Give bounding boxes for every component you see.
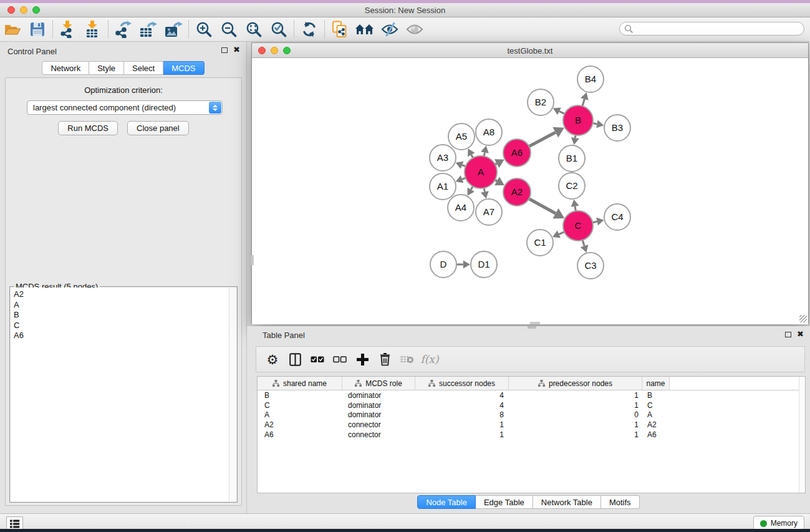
import-network-icon[interactable] <box>55 19 80 39</box>
graph-edge-arrowhead <box>481 146 489 153</box>
search-field[interactable] <box>619 22 804 36</box>
close-table-panel-icon[interactable]: ✖ <box>797 331 804 337</box>
zoom-in-icon[interactable] <box>191 19 216 39</box>
table-cell[interactable]: 1 <box>415 430 509 439</box>
close-panel-button[interactable]: Close panel <box>127 121 189 135</box>
table-cell[interactable]: 1 <box>509 401 642 410</box>
table-cell[interactable]: connector <box>342 420 415 429</box>
table-row[interactable]: Bdominator41B <box>258 390 805 400</box>
table-scrollbar[interactable] <box>799 377 805 493</box>
apply-layout-icon[interactable] <box>297 19 322 39</box>
table-cell[interactable]: A6 <box>258 430 342 439</box>
table-cell[interactable]: A <box>258 410 342 419</box>
split-panel-icon[interactable] <box>284 349 306 369</box>
network-scrollbar-vertical[interactable] <box>251 255 254 265</box>
table-cell[interactable]: 1 <box>509 430 642 439</box>
export-network-icon[interactable] <box>111 19 136 39</box>
app-title: Session: New Session <box>0 6 810 15</box>
run-mcds-button[interactable]: Run MCDS <box>58 121 118 135</box>
zoom-out-icon[interactable] <box>216 19 241 39</box>
select-all-icon[interactable] <box>306 349 329 369</box>
zoom-selected-icon[interactable] <box>266 19 291 39</box>
network-canvas[interactable]: AA1A2A3A4A5A6A7A8BB1B2B3B4CC1C2C3C4DD1 <box>252 59 808 324</box>
table-row[interactable]: A2connector11A2 <box>258 420 805 430</box>
function-builder-icon[interactable]: f(x) <box>418 349 441 369</box>
column-header[interactable]: MCDS role <box>342 377 415 390</box>
node-table[interactable]: shared nameMCDS rolesuccessor nodesprede… <box>257 376 806 493</box>
network-window: testGlobe.txt AA1A2A3A4A5A6A7A8BB1B2B3B4… <box>251 42 809 324</box>
table-cell[interactable]: B <box>258 391 342 400</box>
close-panel-icon[interactable]: ✖ <box>233 47 240 53</box>
table-cell[interactable]: C <box>642 401 670 410</box>
mcds-result-item[interactable]: B <box>14 310 229 321</box>
table-cell[interactable]: B <box>642 391 670 400</box>
tab-network-table[interactable]: Network Table <box>533 495 601 509</box>
mcds-result-item[interactable]: C <box>14 321 229 331</box>
export-table-icon[interactable] <box>136 19 161 39</box>
table-cell[interactable]: A6 <box>642 430 670 439</box>
tab-style[interactable]: Style <box>89 61 124 75</box>
tab-select[interactable]: Select <box>124 61 163 75</box>
column-header[interactable]: name <box>642 377 670 390</box>
mcds-result-item[interactable]: A2 <box>14 289 229 300</box>
table-row[interactable]: A6connector11A6 <box>258 430 805 440</box>
table-cell[interactable]: 4 <box>415 391 509 400</box>
table-row[interactable]: Cdominator41C <box>258 400 805 410</box>
tab-network[interactable]: Network <box>42 61 89 75</box>
table-cell[interactable]: 1 <box>509 420 642 429</box>
table-cell[interactable]: dominator <box>342 401 415 410</box>
column-header[interactable]: successor nodes <box>415 377 509 390</box>
float-table-panel-icon[interactable] <box>785 332 791 337</box>
import-table-icon[interactable] <box>80 19 105 39</box>
hide-selected-icon[interactable] <box>377 19 402 39</box>
network-window-title: testGlobe.txt <box>252 46 808 56</box>
tab-edge-table[interactable]: Edge Table <box>476 495 533 509</box>
table-cell[interactable]: A2 <box>642 420 670 429</box>
deselect-all-icon[interactable] <box>329 349 351 369</box>
table-row[interactable]: Adominator80A <box>258 410 805 420</box>
table-cell[interactable]: dominator <box>342 410 415 419</box>
panel-splitter-handle[interactable] <box>528 326 536 329</box>
float-panel-icon[interactable] <box>221 47 228 53</box>
table-cell[interactable]: 1 <box>415 420 509 429</box>
save-session-icon[interactable] <box>25 19 50 39</box>
home-icon[interactable] <box>352 19 377 39</box>
mcds-result-group: MCDS result (5 nodes) A2ABCA6 <box>9 286 238 503</box>
table-cell[interactable]: 8 <box>415 410 509 419</box>
table-cell[interactable]: A2 <box>258 420 342 429</box>
zoom-fit-icon[interactable] <box>241 19 266 39</box>
graph-edge-arrowhead <box>596 218 604 226</box>
table-toolbar: ⚙ <box>256 346 805 372</box>
tab-node-table[interactable]: Node Table <box>417 495 476 509</box>
mcds-result-list[interactable]: A2ABCA6 <box>11 288 229 501</box>
tab-motifs[interactable]: Motifs <box>601 495 640 509</box>
table-cell[interactable]: 0 <box>509 410 642 419</box>
export-image-icon[interactable] <box>161 19 186 39</box>
network-scrollbar-horizontal[interactable] <box>530 322 540 324</box>
mcds-result-item[interactable]: A6 <box>14 331 229 341</box>
open-session-icon[interactable] <box>0 19 25 39</box>
tab-mcds[interactable]: MCDS <box>163 61 204 75</box>
resize-grip-icon[interactable] <box>799 315 807 322</box>
list-icon <box>9 519 20 529</box>
network-window-titlebar[interactable]: testGlobe.txt <box>252 43 808 58</box>
table-cell[interactable]: C <box>258 401 342 410</box>
mcds-result-item[interactable]: A <box>14 300 229 311</box>
column-header[interactable]: predecessor nodes <box>509 377 642 390</box>
search-input[interactable] <box>634 24 789 33</box>
delete-row-icon[interactable] <box>374 349 396 369</box>
copy-network-view-icon[interactable] <box>327 19 352 39</box>
table-cell[interactable]: 4 <box>415 401 509 410</box>
column-header[interactable]: shared name <box>258 377 342 390</box>
table-cell[interactable]: A <box>642 410 670 419</box>
table-cell[interactable]: connector <box>342 430 415 439</box>
show-all-icon[interactable] <box>402 19 427 39</box>
column-settings-icon[interactable]: ⚙ <box>261 349 284 369</box>
table-cell[interactable]: dominator <box>342 391 415 400</box>
add-row-icon[interactable] <box>351 349 374 369</box>
criterion-selected-value: largest connected component (directed) <box>33 103 176 112</box>
delete-table-icon[interactable] <box>396 349 418 369</box>
table-cell[interactable]: 1 <box>509 391 642 400</box>
optimization-criterion-select[interactable]: largest connected component (directed) <box>27 100 223 115</box>
mcds-result-scrollbar[interactable] <box>229 288 236 501</box>
